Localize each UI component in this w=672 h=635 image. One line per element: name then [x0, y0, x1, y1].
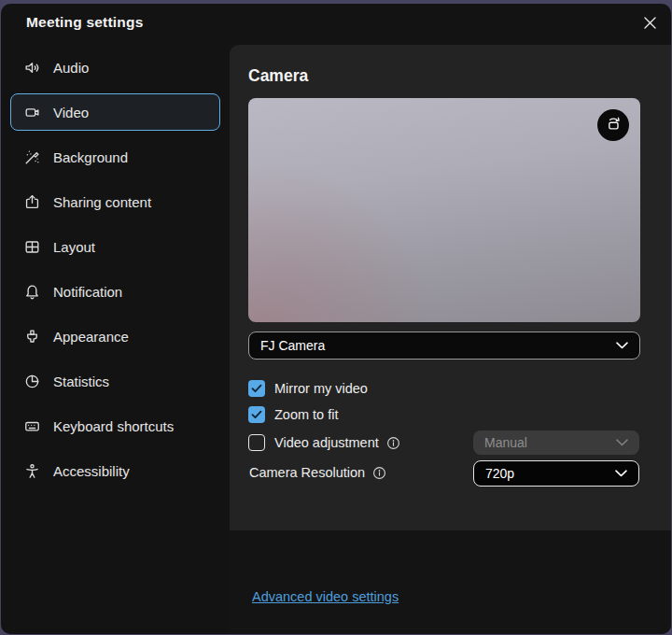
zoom-to-fit-checkbox[interactable] [248, 406, 265, 423]
sidebar-item-layout[interactable]: Layout [10, 228, 220, 265]
sidebar-item-audio[interactable]: Audio [10, 49, 220, 86]
flip-camera-icon [604, 114, 623, 136]
video-adjustment-row: Video adjustment [248, 432, 400, 453]
titlebar: Meeting settings [1, 4, 671, 45]
sidebar-item-appearance[interactable]: Appearance [10, 318, 220, 355]
close-icon [643, 16, 657, 34]
chevron-down-icon [616, 439, 639, 446]
camera-resolution-row: Camera Resolution [249, 462, 386, 483]
sidebar-item-background[interactable]: Background [10, 138, 220, 176]
mirror-video-row: Mirror my video [248, 378, 368, 399]
sidebar-item-label: Background [53, 149, 128, 165]
advanced-video-settings-link[interactable]: Advanced video settings [252, 589, 399, 604]
sidebar-item-keyboard-shortcuts[interactable]: Keyboard shortcuts [10, 407, 220, 444]
video-adjustment-checkbox[interactable] [248, 434, 265, 451]
sidebar-item-label: Layout [53, 239, 95, 255]
dialog-title: Meeting settings [26, 14, 144, 31]
sidebar-item-label: Appearance [53, 329, 129, 345]
bell-icon [23, 283, 41, 301]
camera-resolution-label: Camera Resolution [249, 465, 365, 480]
sidebar-item-statistics[interactable]: Statistics [10, 362, 220, 400]
chevron-down-icon [615, 470, 638, 477]
info-icon[interactable] [386, 436, 400, 450]
share-icon [23, 193, 41, 211]
sidebar-item-video[interactable]: Video [10, 93, 220, 131]
mirror-video-label: Mirror my video [274, 381, 368, 396]
zoom-to-fit-label: Zoom to fit [274, 407, 339, 422]
grid-icon [23, 238, 41, 256]
camera-preview [248, 98, 640, 322]
camera-device-value: FJ Camera [249, 338, 616, 353]
sidebar-item-accessibility[interactable]: Accessibility [10, 452, 220, 489]
video-camera-icon [23, 104, 41, 121]
video-settings-panel: Camera FJ Camera Mirror my video [230, 45, 671, 634]
sidebar-item-notification[interactable]: Notification [10, 273, 220, 310]
video-adjustment-value: Manual [473, 435, 616, 450]
video-adjustment-label: Video adjustment [274, 435, 379, 450]
close-button[interactable] [638, 13, 661, 35]
camera-device-select[interactable]: FJ Camera [248, 332, 640, 360]
person-icon [23, 462, 41, 480]
keyboard-icon [23, 417, 41, 435]
zoom-to-fit-row: Zoom to fit [248, 404, 339, 425]
sidebar-item-label: Video [53, 105, 89, 120]
camera-heading: Camera [248, 66, 308, 86]
sidebar-item-label: Sharing content [53, 194, 151, 210]
info-icon[interactable] [372, 466, 386, 480]
chevron-down-icon [616, 342, 639, 349]
speaker-icon [23, 59, 41, 77]
sidebar-item-label: Audio [53, 60, 89, 76]
camera-resolution-select[interactable]: 720p [473, 460, 639, 487]
rotate-camera-button[interactable] [597, 109, 629, 141]
mirror-video-checkbox[interactable] [248, 380, 265, 397]
video-adjustment-select: Manual [473, 430, 639, 455]
paintbrush-icon [23, 328, 41, 346]
settings-nav: Audio Video Background Sharing content L [1, 49, 230, 489]
sidebar-item-label: Statistics [53, 374, 109, 389]
sidebar-item-sharing-content[interactable]: Sharing content [10, 183, 220, 220]
sidebar-item-label: Notification [53, 284, 122, 300]
sidebar-item-label: Accessibility [53, 463, 130, 479]
pie-chart-icon [23, 373, 41, 390]
meeting-settings-dialog: Meeting settings Audio Video Background [1, 4, 671, 634]
sidebar-item-label: Keyboard shortcuts [53, 418, 174, 434]
magic-wand-icon [23, 148, 41, 166]
camera-resolution-value: 720p [474, 466, 615, 481]
